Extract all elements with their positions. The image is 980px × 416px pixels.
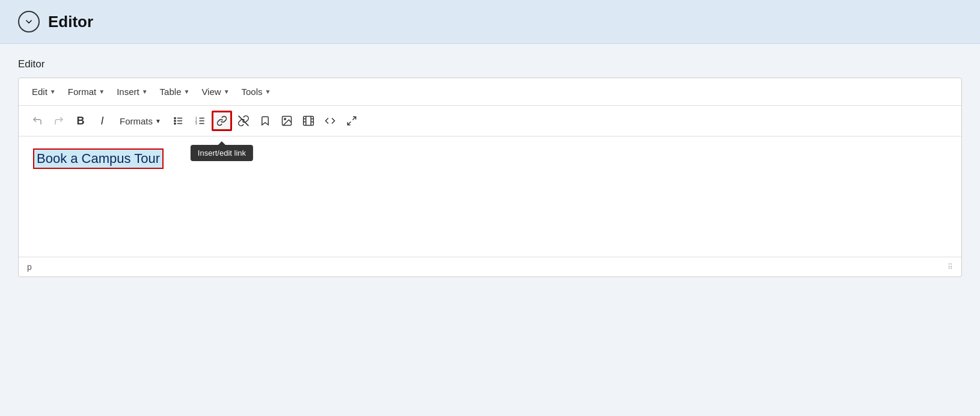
svg-point-3: [174, 117, 176, 118]
page-title: Editor: [48, 13, 93, 31]
unordered-list-icon: [173, 115, 184, 126]
bold-button[interactable]: B: [70, 111, 91, 131]
ordered-list-icon: 1 2 3: [195, 115, 206, 126]
svg-point-14: [284, 118, 286, 120]
redo-button[interactable]: [49, 111, 69, 131]
svg-point-5: [174, 123, 176, 124]
bookmark-icon: [260, 115, 271, 126]
edit-arrow-icon: ▼: [50, 88, 56, 95]
link-button-container: Insert/edit link: [212, 111, 232, 131]
path-indicator: p: [27, 262, 32, 272]
ordered-list-button[interactable]: 1 2 3: [190, 111, 210, 131]
toolbar: B I Formats ▼: [19, 106, 961, 136]
view-arrow-icon: ▼: [224, 88, 230, 95]
editor-box: Edit ▼ Format ▼ Insert ▼ Table ▼ View ▼ …: [18, 78, 962, 277]
svg-point-4: [174, 120, 176, 121]
menu-item-insert[interactable]: Insert ▼: [112, 84, 152, 99]
image-icon: [281, 115, 293, 127]
media-icon: [302, 115, 314, 127]
insert-media-button[interactable]: [298, 111, 319, 131]
editor-header: Editor: [0, 0, 980, 44]
svg-text:3: 3: [195, 121, 197, 125]
link-icon: [216, 115, 227, 126]
tools-arrow-icon: ▼: [265, 88, 271, 95]
svg-line-22: [352, 117, 355, 120]
fullscreen-icon: [346, 115, 357, 126]
redo-icon: [54, 115, 64, 126]
code-button[interactable]: [320, 111, 340, 131]
menu-item-table[interactable]: Table ▼: [155, 84, 195, 99]
undo-icon: [32, 115, 43, 126]
selected-text: Book a Campus Tour: [33, 148, 164, 169]
insert-arrow-icon: ▼: [142, 88, 148, 95]
formats-arrow-icon: ▼: [155, 118, 161, 124]
resize-handle-icon[interactable]: ⠿: [948, 263, 953, 271]
editor-content-area[interactable]: Book a Campus Tour: [19, 136, 961, 257]
table-arrow-icon: ▼: [183, 88, 189, 95]
unlink-icon: [237, 115, 250, 127]
insert-link-button[interactable]: [212, 111, 232, 131]
status-bar: p ⠿: [19, 257, 961, 277]
formats-dropdown-button[interactable]: Formats ▼: [114, 111, 167, 131]
svg-line-23: [348, 122, 351, 125]
collapse-button[interactable]: [18, 11, 40, 32]
unordered-list-button[interactable]: [168, 111, 189, 131]
chevron-down-icon: [23, 16, 34, 27]
fullscreen-button[interactable]: [341, 111, 362, 131]
svg-rect-15: [304, 117, 314, 126]
bookmark-button[interactable]: [255, 111, 275, 131]
main-content: Editor Edit ▼ Format ▼ Insert ▼ Table ▼ …: [0, 44, 980, 292]
insert-image-button[interactable]: [277, 111, 297, 131]
editor-section-label: Editor: [18, 58, 962, 70]
menu-bar: Edit ▼ Format ▼ Insert ▼ Table ▼ View ▼ …: [19, 78, 961, 106]
code-icon: [325, 115, 335, 126]
menu-item-edit[interactable]: Edit ▼: [27, 84, 61, 99]
italic-button[interactable]: I: [92, 111, 112, 131]
unlink-button[interactable]: [233, 111, 254, 131]
format-arrow-icon: ▼: [99, 88, 105, 95]
menu-item-format[interactable]: Format ▼: [63, 84, 109, 99]
undo-button[interactable]: [27, 111, 47, 131]
menu-item-tools[interactable]: Tools ▼: [237, 84, 276, 99]
menu-item-view[interactable]: View ▼: [197, 84, 234, 99]
